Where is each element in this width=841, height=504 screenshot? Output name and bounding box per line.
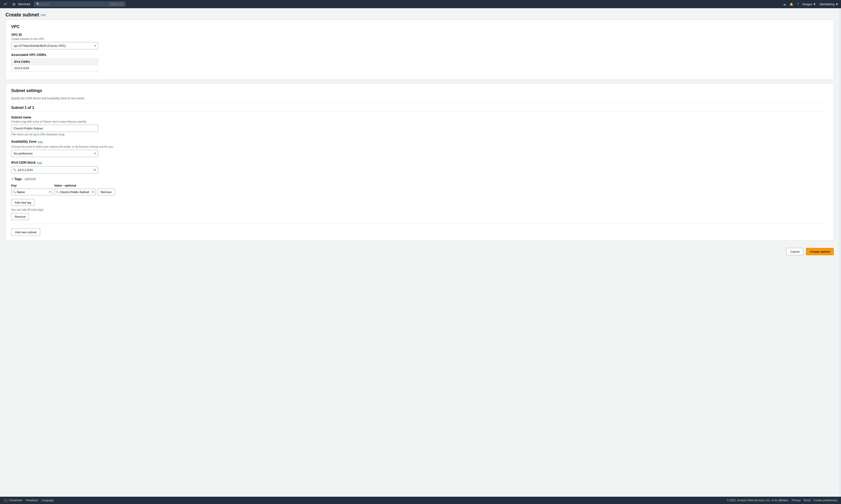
subnet-name-hint: The name can be up to 256 characters lon… <box>11 133 828 136</box>
subnet-name-desc: Create a tag with a key of 'Name' and a … <box>11 120 828 123</box>
az-label-row: Availability Zone Info <box>11 140 828 144</box>
privacy-link[interactable]: Privacy <box>792 499 801 502</box>
tag-key-clear-btn-0[interactable]: ✕ <box>49 191 51 194</box>
tag-key-input-0[interactable] <box>11 188 52 195</box>
footer-actions: Cancel Create subnet <box>0 244 839 259</box>
vpc-section-title: VPC <box>11 24 828 29</box>
subnet-name-label: Subnet name <box>11 115 828 119</box>
scrollbar[interactable] <box>839 8 841 497</box>
tags-toggle-icon: ▼ <box>11 178 14 180</box>
tags-column-headers: Key Value - optional <box>11 183 828 187</box>
az-label: Availability Zone <box>11 140 37 143</box>
bottom-bar: ⬛ CloudShell Feedback Language © 2023, A… <box>0 497 841 504</box>
remove-subnet-button[interactable]: Remove <box>11 213 29 220</box>
language-selector[interactable]: Language <box>41 499 54 502</box>
subnet-settings-panel: Subnet settings Specify the CIDR blocks … <box>5 84 834 240</box>
cidr-info-link[interactable]: Info <box>37 161 42 165</box>
aws-logo[interactable] <box>3 2 10 6</box>
cloudshell-button[interactable]: ⬛ CloudShell <box>4 499 22 502</box>
search-icon: 🔍 <box>36 2 40 6</box>
tag-remove-btn-0[interactable]: Remove <box>97 188 115 195</box>
main-wrapper: Create subnet Info VPC VPC ID Create sub… <box>0 8 841 497</box>
add-subnet-button[interactable]: Add new subnet <box>11 229 40 236</box>
subnet-name-input[interactable] <box>11 125 98 132</box>
bottom-right-links: © 2023, Amazon Web Services, Inc. or its… <box>727 499 837 502</box>
cidr-label-row: IPv4 CIDR block Info <box>11 161 828 165</box>
subnet-settings-title: Subnet settings <box>11 88 828 93</box>
cidr-input-wrapper: 🔍 ✕ <box>11 166 98 174</box>
tag-value-wrapper-0: 🔍 ✕ <box>54 188 95 195</box>
az-desc: Choose the zone in which your subnet wil… <box>11 145 828 148</box>
grid-icon[interactable]: ⊞ <box>12 2 15 6</box>
region-selector[interactable]: Oregon ▼ <box>802 2 816 6</box>
tags-optional-label: - optional <box>23 177 36 181</box>
copyright-text: © 2023, Amazon Web Services, Inc. or its… <box>727 499 789 502</box>
search-shortcut: [Option+S] <box>109 2 123 6</box>
account-selector[interactable]: DevNetOrg ▼ <box>820 2 839 6</box>
search-bar[interactable]: 🔍 [Option+S] <box>34 2 125 6</box>
cloudshell-label: CloudShell <box>9 499 22 502</box>
page-title-text: Create subnet <box>5 12 39 18</box>
az-info-link[interactable]: Info <box>38 140 43 144</box>
cidr-table-header: IPv4 CIDRs <box>12 59 98 65</box>
remove-subnet-area: Remove <box>11 211 828 220</box>
subnet-counter: Subnet 1 of 1 <box>11 106 828 112</box>
page-title: Create subnet Info <box>5 12 834 18</box>
cidr-value: 10.0.0.0/16 <box>12 65 98 71</box>
cidr-block-label: IPv4 CIDR block <box>11 161 36 164</box>
feedback-link[interactable]: Feedback <box>26 499 38 502</box>
vpc-id-select[interactable]: vpc-077bee164cfdc9b29 (CiscoU-VPC) <box>11 42 98 49</box>
tag-value-input-0[interactable] <box>54 188 95 195</box>
associated-cidrs-label: Associated VPC CIDRs <box>11 53 828 57</box>
associated-cidrs-field: Associated VPC CIDRs IPv4 CIDRs 10.0.0.0… <box>11 53 828 71</box>
tag-row-0: 🔍 ✕ 🔍 ✕ Remove <box>11 188 828 195</box>
page-header: Create subnet Info <box>0 8 839 20</box>
search-input[interactable] <box>40 2 109 6</box>
add-tag-hint: You can add 49 more tags. <box>11 208 828 211</box>
az-select[interactable]: No preference <box>11 150 98 157</box>
ipv4-cidr-field: IPv4 CIDR block Info 🔍 ✕ <box>11 161 828 174</box>
vpc-id-label: VPC ID <box>11 33 828 37</box>
subnet-name-field: Subnet name Create a tag with a key of '… <box>11 115 828 136</box>
terms-link[interactable]: Terms <box>803 499 811 502</box>
nav-right-icons: ☁ 🔔 ? Oregon ▼ DevNetOrg ▼ <box>783 2 838 6</box>
cidr-input[interactable] <box>11 166 98 174</box>
bell-icon[interactable]: 🔔 <box>790 2 793 6</box>
vpc-panel: VPC VPC ID Create subnets in this VPC. v… <box>5 20 834 80</box>
tags-section: ▼ Tags - optional Key Value - optional 🔍 <box>11 177 828 220</box>
cancel-button[interactable]: Cancel <box>786 248 803 255</box>
content-area: Create subnet Info VPC VPC ID Create sub… <box>0 8 839 497</box>
cookie-link[interactable]: Cookie preferences <box>813 499 837 502</box>
subnet-settings-desc: Specify the CIDR blocks and Availability… <box>11 97 828 100</box>
cloudshell-icon: ⬛ <box>4 499 7 502</box>
tag-key-wrapper-0: 🔍 ✕ <box>11 188 52 195</box>
vpc-id-select-wrapper: vpc-077bee164cfdc9b29 (CiscoU-VPC) ▼ <box>11 42 98 49</box>
az-select-wrapper: No preference ▼ <box>11 150 98 157</box>
tag-key-header: Key <box>11 184 17 187</box>
tag-value-clear-btn-0[interactable]: ✕ <box>92 191 94 194</box>
services-nav[interactable]: Services <box>18 2 30 6</box>
top-navigation: ⊞ Services 🔍 [Option+S] ☁ 🔔 ? Oregon ▼ D… <box>0 0 841 8</box>
availability-zone-field: Availability Zone Info Choose the zone i… <box>11 140 828 157</box>
vpc-id-field: VPC ID Create subnets in this VPC. vpc-0… <box>11 33 828 49</box>
help-icon[interactable]: ? <box>797 2 799 6</box>
cidr-table: IPv4 CIDRs 10.0.0.0/16 <box>11 58 98 71</box>
page-info-link[interactable]: Info <box>41 13 46 17</box>
create-subnet-button[interactable]: Create subnet <box>806 248 834 255</box>
add-tag-button[interactable]: Add new tag <box>11 199 35 206</box>
cloud-icon[interactable]: ☁ <box>783 2 786 6</box>
cidr-clear-icon[interactable]: ✕ <box>93 168 96 172</box>
tags-label: Tags <box>14 177 22 181</box>
cidr-table-row: 10.0.0.0/16 <box>12 65 98 71</box>
tags-header[interactable]: ▼ Tags - optional <box>11 177 828 181</box>
vpc-id-desc: Create subnets in this VPC. <box>11 37 828 41</box>
add-tag-area: Add new tag You can add 49 more tags. <box>11 197 828 211</box>
tag-value-header: Value - optional <box>54 184 76 187</box>
